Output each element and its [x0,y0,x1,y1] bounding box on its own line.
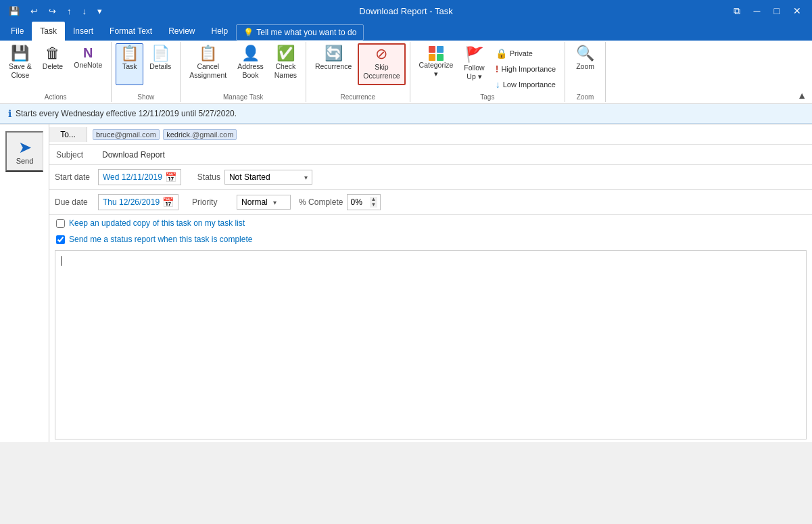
status-label: Status [197,172,220,182]
address-book-button[interactable]: 👤 AddressBook [233,43,268,85]
zoom-button[interactable]: 🔍 Zoom [571,43,599,85]
actions-buttons: 💾 Save &Close 🗑 Delete N OneNote [4,43,107,92]
private-label: Private [510,49,533,57]
save-close-icon: 💾 [11,46,29,61]
manage-task-group: 📋 CancelAssignment 👤 AddressBook ✅ Check… [181,42,306,102]
follow-up-icon: 🚩 [465,46,483,64]
onenote-button[interactable]: N OneNote [69,43,107,85]
recurrence-group: 🔄 Recurrence ⊘ SkipOccurrence Recurrence [306,42,410,102]
tell-me-bar[interactable]: 💡 Tell me what you want to do [236,24,364,41]
due-date-label: Due date [55,197,95,207]
lightbulb-icon: 💡 [243,28,254,37]
recurrence-buttons: 🔄 Recurrence ⊘ SkipOccurrence [310,43,406,92]
keep-copy-checkbox[interactable] [56,219,65,228]
zoom-group: 🔍 Zoom Zoom [565,42,606,102]
delete-icon: 🗑 [45,46,60,61]
details-button[interactable]: 📄 Details [145,43,176,85]
high-importance-button[interactable]: ! High Importance [491,62,560,76]
start-date-group: Start date Wed 12/11/2019 📅 [49,169,187,185]
tab-review[interactable]: Review [160,22,203,41]
redo-button[interactable]: ↪ [45,4,59,18]
to-value[interactable]: bruce@gmail.com kedrick.@gmail.com [87,127,812,142]
pct-complete-value: 0% [350,197,362,207]
keep-copy-label[interactable]: Keep an updated copy of this task on my … [69,218,245,228]
delete-button[interactable]: 🗑 Delete [38,43,68,85]
undo-button[interactable]: ↩ [27,4,41,18]
zoom-buttons: 🔍 Zoom [571,43,599,92]
pct-complete-input[interactable]: 0% ▲ ▼ [347,194,381,210]
tab-file[interactable]: File [3,22,32,41]
maximize-button[interactable]: □ [769,3,785,19]
check-names-label: CheckNames [274,62,297,79]
due-date-group: Due date Thu 12/26/2019 📅 [55,194,178,210]
follow-up-label: FollowUp ▾ [464,64,484,80]
ribbon-tab-bar: File Task Insert Format Text Review Help… [0,22,812,41]
to-button[interactable]: To... [49,127,87,142]
follow-up-button[interactable]: 🚩 FollowUp ▾ [459,43,489,85]
due-date-calendar-icon[interactable]: 📅 [162,197,174,208]
private-icon: 🔒 [496,48,507,59]
low-importance-label: Low Importance [503,80,556,89]
low-importance-icon: ↓ [496,79,500,90]
pct-decrement-button[interactable]: ▼ [370,202,378,208]
details-icon: 📄 [151,46,170,61]
due-date-input[interactable]: Thu 12/26/2019 📅 [98,194,178,210]
up-button[interactable]: ↑ [64,4,75,18]
date-fields-row: Start date Wed 12/11/2019 📅 Status Not S… [49,165,812,190]
tab-task[interactable]: Task [32,22,65,41]
low-importance-button[interactable]: ↓ Low Importance [491,77,560,92]
start-date-input[interactable]: Wed 12/11/2019 📅 [98,169,181,185]
restore-button[interactable]: ⧉ [728,3,746,20]
cancel-assignment-button[interactable]: 📋 CancelAssignment [185,43,231,85]
zoom-group-label: Zoom [577,92,594,101]
recurrence-icon: 🔄 [325,46,343,61]
show-group: 📋 Task 📄 Details Show [112,42,181,102]
status-report-label[interactable]: Send me a status report when this task i… [69,235,252,244]
status-select[interactable]: Not Started ▾ [224,170,312,185]
pct-spinners: ▲ ▼ [370,197,378,208]
skip-occurrence-label: SkipOccurrence [363,63,400,80]
save-close-button[interactable]: 💾 Save &Close [4,43,37,85]
task-view-icon: 📋 [120,46,139,61]
details-label: Details [149,62,171,71]
subject-value[interactable]: Download Report [97,147,812,162]
zoom-icon: 🔍 [576,46,594,61]
tab-help[interactable]: Help [204,22,237,41]
tab-format-text[interactable]: Format Text [101,22,160,41]
status-report-checkbox[interactable] [56,235,65,244]
down-button[interactable]: ↓ [79,4,91,18]
title-bar: 💾 ↩ ↪ ↑ ↓ ▾ Download Report - Task ⧉ ─ □… [0,0,812,22]
tags-items: Categorize▾ 🚩 FollowUp ▾ 🔒 Private ! Hig… [414,43,561,92]
categorize-button[interactable]: Categorize▾ [414,43,458,85]
priority-select[interactable]: Normal ▾ [237,195,291,210]
address-book-label: AddressBook [237,62,264,79]
tell-me-text: Tell me what you want to do [256,28,356,37]
check-names-button[interactable]: ✅ CheckNames [270,43,302,85]
private-button[interactable]: 🔒 Private [491,46,560,61]
ribbon-collapse-button[interactable]: ▲ [792,89,812,102]
skip-occurrence-button[interactable]: ⊘ SkipOccurrence [358,43,405,85]
priority-dropdown-arrow: ▾ [273,199,277,206]
save-close-label: Save &Close [9,62,32,79]
actions-group: 💾 Save &Close 🗑 Delete N OneNote Actions [0,42,112,102]
address-book-icon: 👤 [241,46,260,61]
recurrence-button[interactable]: 🔄 Recurrence [310,43,356,85]
minimize-button[interactable]: ─ [748,3,766,19]
high-importance-icon: ! [496,64,499,74]
start-date-calendar-icon[interactable]: 📅 [165,172,176,183]
send-button[interactable]: ➤ Send [5,131,43,172]
tab-insert[interactable]: Insert [65,22,101,41]
delete-label: Delete [43,62,63,71]
manage-task-group-label: Manage Task [223,92,263,101]
high-importance-label: High Importance [501,65,556,73]
subject-label: Subject [49,147,97,162]
body-area[interactable] [55,250,807,439]
save-qat-button[interactable]: 💾 [5,4,23,18]
status-value: Not Started [229,172,270,182]
tags-group-label: Tags [480,92,494,101]
customize-qat-button[interactable]: ▾ [94,4,105,18]
task-view-button[interactable]: 📋 Task [116,43,143,85]
close-button[interactable]: ✕ [788,3,807,19]
ribbon: 💾 Save &Close 🗑 Delete N OneNote Actions… [0,41,812,104]
main-content: ➤ Send To... bruce@gmail.com kedrick.@gm… [0,124,812,442]
